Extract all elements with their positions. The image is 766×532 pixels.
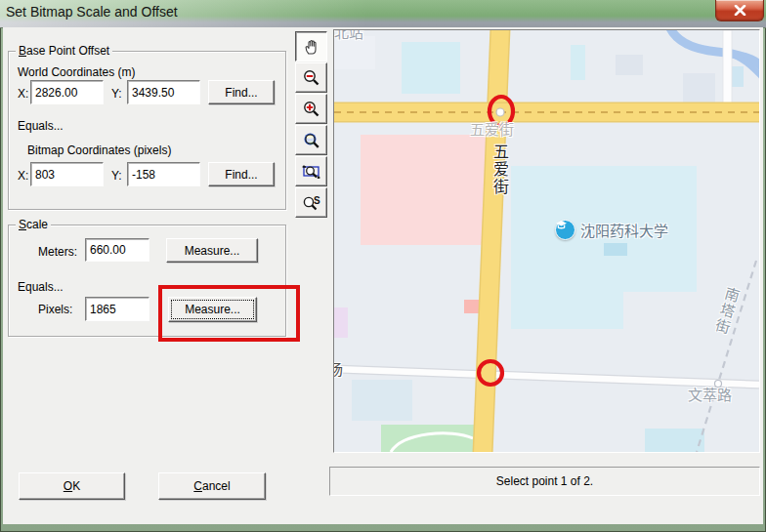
map-status-bar: Select point 1 of 2. [329, 467, 760, 496]
pixels-input[interactable] [85, 297, 149, 321]
pixels-label: Pixels: [38, 303, 72, 316]
measure-pixels-button[interactable]: Measure... [168, 297, 257, 322]
base-point-offset-legend: Base Point Offset [16, 44, 112, 58]
equals-label-2: Equals... [18, 280, 64, 294]
find-bitmap-button[interactable]: Find... [208, 162, 275, 186]
meters-label: Meters: [38, 245, 77, 259]
pan-tool-button[interactable] [295, 31, 327, 61]
magnifier-s-icon: S [302, 193, 321, 213]
magnifier-plus-icon [302, 100, 321, 119]
bitmap-y-label: Y: [111, 169, 122, 183]
map-graphics [334, 30, 759, 452]
zoom-scale-button[interactable]: S [295, 187, 327, 218]
zoom-full-extent-button[interactable] [295, 125, 327, 155]
dialog-client-area: Base Point Offset World Coordinates (m) … [3, 27, 763, 524]
bitmap-x-label: X: [18, 169, 28, 183]
magnifier-globe-icon [302, 131, 321, 150]
zoom-window-button[interactable] [295, 156, 327, 186]
zoom-in-button[interactable] [295, 94, 327, 124]
zoom-out-button[interactable] [295, 62, 327, 93]
bitmap-x-input[interactable] [30, 162, 104, 186]
magnifier-minus-icon [302, 68, 321, 88]
hand-icon [302, 37, 321, 57]
world-y-label: Y: [111, 87, 122, 101]
world-x-label: X: [18, 87, 28, 101]
cancel-button[interactable]: Cancel [158, 472, 266, 500]
map-viewport[interactable]: 北站 五爱街 五爱街 南塔街 文萃路 场 沈阳药科大学 [333, 29, 760, 453]
world-x-input[interactable] [30, 80, 104, 104]
window-title: Set Bitmap Scale and Offset [6, 4, 178, 20]
ok-button[interactable]: OK [19, 472, 125, 500]
status-message: Select point 1 of 2. [496, 474, 593, 488]
bitmap-coordinates-label: Bitmap Coordinates (pixels) [27, 143, 171, 157]
close-button[interactable] [715, 0, 764, 21]
set-bitmap-scale-offset-dialog: Set Bitmap Scale and Offset Base Point O… [0, 0, 766, 532]
world-y-input[interactable] [127, 80, 200, 104]
title-bar[interactable]: Set Bitmap Scale and Offset [0, 0, 766, 28]
meters-input[interactable] [85, 238, 149, 262]
find-world-button[interactable]: Find... [208, 80, 275, 104]
measure-meters-button[interactable]: Measure... [166, 238, 258, 263]
magnifier-rectangle-icon [301, 162, 322, 182]
svg-text:S: S [314, 195, 320, 206]
equals-label-1: Equals... [18, 119, 64, 133]
scale-legend: Scale [16, 218, 51, 231]
close-icon [734, 5, 746, 16]
bitmap-y-input[interactable] [127, 162, 200, 186]
world-coordinates-label: World Coordinates (m) [18, 65, 135, 79]
